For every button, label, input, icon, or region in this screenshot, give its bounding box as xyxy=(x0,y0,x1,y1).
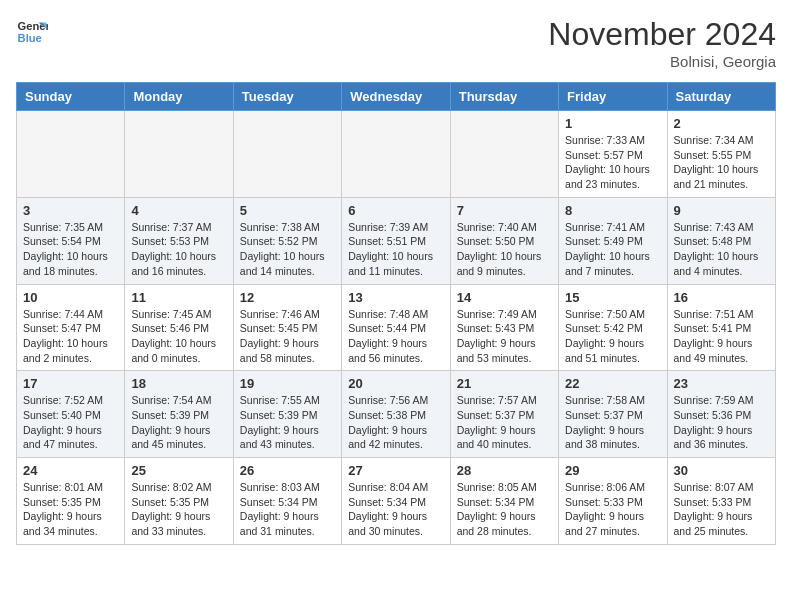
day-info: Sunrise: 7:57 AM Sunset: 5:37 PM Dayligh… xyxy=(457,393,552,452)
calendar-cell xyxy=(450,111,558,198)
day-number: 18 xyxy=(131,376,226,391)
calendar-cell: 29Sunrise: 8:06 AM Sunset: 5:33 PM Dayli… xyxy=(559,458,667,545)
calendar-cell: 21Sunrise: 7:57 AM Sunset: 5:37 PM Dayli… xyxy=(450,371,558,458)
day-info: Sunrise: 8:07 AM Sunset: 5:33 PM Dayligh… xyxy=(674,480,769,539)
calendar-cell: 6Sunrise: 7:39 AM Sunset: 5:51 PM Daylig… xyxy=(342,197,450,284)
calendar-cell: 30Sunrise: 8:07 AM Sunset: 5:33 PM Dayli… xyxy=(667,458,775,545)
calendar-cell: 20Sunrise: 7:56 AM Sunset: 5:38 PM Dayli… xyxy=(342,371,450,458)
day-info: Sunrise: 8:03 AM Sunset: 5:34 PM Dayligh… xyxy=(240,480,335,539)
day-number: 7 xyxy=(457,203,552,218)
day-number: 9 xyxy=(674,203,769,218)
day-number: 10 xyxy=(23,290,118,305)
calendar-cell xyxy=(125,111,233,198)
calendar-cell: 7Sunrise: 7:40 AM Sunset: 5:50 PM Daylig… xyxy=(450,197,558,284)
day-info: Sunrise: 7:37 AM Sunset: 5:53 PM Dayligh… xyxy=(131,220,226,279)
calendar-week-row: 3Sunrise: 7:35 AM Sunset: 5:54 PM Daylig… xyxy=(17,197,776,284)
calendar-cell: 18Sunrise: 7:54 AM Sunset: 5:39 PM Dayli… xyxy=(125,371,233,458)
day-info: Sunrise: 7:54 AM Sunset: 5:39 PM Dayligh… xyxy=(131,393,226,452)
day-number: 5 xyxy=(240,203,335,218)
calendar-week-row: 24Sunrise: 8:01 AM Sunset: 5:35 PM Dayli… xyxy=(17,458,776,545)
calendar-week-row: 17Sunrise: 7:52 AM Sunset: 5:40 PM Dayli… xyxy=(17,371,776,458)
day-number: 15 xyxy=(565,290,660,305)
weekday-header: Tuesday xyxy=(233,83,341,111)
calendar-cell: 3Sunrise: 7:35 AM Sunset: 5:54 PM Daylig… xyxy=(17,197,125,284)
weekday-header: Monday xyxy=(125,83,233,111)
page-header: General Blue November 2024 Bolnisi, Geor… xyxy=(16,16,776,70)
weekday-header-row: SundayMondayTuesdayWednesdayThursdayFrid… xyxy=(17,83,776,111)
day-info: Sunrise: 7:51 AM Sunset: 5:41 PM Dayligh… xyxy=(674,307,769,366)
calendar-cell xyxy=(233,111,341,198)
calendar-cell: 27Sunrise: 8:04 AM Sunset: 5:34 PM Dayli… xyxy=(342,458,450,545)
calendar-cell xyxy=(17,111,125,198)
day-number: 25 xyxy=(131,463,226,478)
month-title: November 2024 xyxy=(548,16,776,53)
day-number: 24 xyxy=(23,463,118,478)
calendar-week-row: 1Sunrise: 7:33 AM Sunset: 5:57 PM Daylig… xyxy=(17,111,776,198)
day-info: Sunrise: 7:33 AM Sunset: 5:57 PM Dayligh… xyxy=(565,133,660,192)
day-info: Sunrise: 8:04 AM Sunset: 5:34 PM Dayligh… xyxy=(348,480,443,539)
day-number: 12 xyxy=(240,290,335,305)
calendar-cell: 22Sunrise: 7:58 AM Sunset: 5:37 PM Dayli… xyxy=(559,371,667,458)
day-info: Sunrise: 7:55 AM Sunset: 5:39 PM Dayligh… xyxy=(240,393,335,452)
day-number: 17 xyxy=(23,376,118,391)
day-number: 13 xyxy=(348,290,443,305)
calendar-cell: 15Sunrise: 7:50 AM Sunset: 5:42 PM Dayli… xyxy=(559,284,667,371)
day-info: Sunrise: 7:52 AM Sunset: 5:40 PM Dayligh… xyxy=(23,393,118,452)
day-info: Sunrise: 7:59 AM Sunset: 5:36 PM Dayligh… xyxy=(674,393,769,452)
calendar-cell: 25Sunrise: 8:02 AM Sunset: 5:35 PM Dayli… xyxy=(125,458,233,545)
calendar-cell: 1Sunrise: 7:33 AM Sunset: 5:57 PM Daylig… xyxy=(559,111,667,198)
day-number: 2 xyxy=(674,116,769,131)
day-info: Sunrise: 8:06 AM Sunset: 5:33 PM Dayligh… xyxy=(565,480,660,539)
day-info: Sunrise: 7:40 AM Sunset: 5:50 PM Dayligh… xyxy=(457,220,552,279)
day-info: Sunrise: 7:50 AM Sunset: 5:42 PM Dayligh… xyxy=(565,307,660,366)
day-info: Sunrise: 7:34 AM Sunset: 5:55 PM Dayligh… xyxy=(674,133,769,192)
day-info: Sunrise: 8:02 AM Sunset: 5:35 PM Dayligh… xyxy=(131,480,226,539)
weekday-header: Saturday xyxy=(667,83,775,111)
day-number: 22 xyxy=(565,376,660,391)
calendar-cell: 2Sunrise: 7:34 AM Sunset: 5:55 PM Daylig… xyxy=(667,111,775,198)
calendar-cell: 24Sunrise: 8:01 AM Sunset: 5:35 PM Dayli… xyxy=(17,458,125,545)
title-block: November 2024 Bolnisi, Georgia xyxy=(548,16,776,70)
day-info: Sunrise: 7:44 AM Sunset: 5:47 PM Dayligh… xyxy=(23,307,118,366)
day-info: Sunrise: 7:46 AM Sunset: 5:45 PM Dayligh… xyxy=(240,307,335,366)
calendar-cell: 28Sunrise: 8:05 AM Sunset: 5:34 PM Dayli… xyxy=(450,458,558,545)
day-number: 21 xyxy=(457,376,552,391)
day-info: Sunrise: 7:39 AM Sunset: 5:51 PM Dayligh… xyxy=(348,220,443,279)
calendar-cell: 9Sunrise: 7:43 AM Sunset: 5:48 PM Daylig… xyxy=(667,197,775,284)
calendar-week-row: 10Sunrise: 7:44 AM Sunset: 5:47 PM Dayli… xyxy=(17,284,776,371)
logo-icon: General Blue xyxy=(16,16,48,48)
day-info: Sunrise: 7:49 AM Sunset: 5:43 PM Dayligh… xyxy=(457,307,552,366)
day-number: 20 xyxy=(348,376,443,391)
calendar-table: SundayMondayTuesdayWednesdayThursdayFrid… xyxy=(16,82,776,545)
day-number: 27 xyxy=(348,463,443,478)
day-info: Sunrise: 7:35 AM Sunset: 5:54 PM Dayligh… xyxy=(23,220,118,279)
calendar-cell: 4Sunrise: 7:37 AM Sunset: 5:53 PM Daylig… xyxy=(125,197,233,284)
day-info: Sunrise: 7:43 AM Sunset: 5:48 PM Dayligh… xyxy=(674,220,769,279)
logo: General Blue xyxy=(16,16,48,48)
calendar-cell: 13Sunrise: 7:48 AM Sunset: 5:44 PM Dayli… xyxy=(342,284,450,371)
day-info: Sunrise: 8:01 AM Sunset: 5:35 PM Dayligh… xyxy=(23,480,118,539)
calendar-cell: 26Sunrise: 8:03 AM Sunset: 5:34 PM Dayli… xyxy=(233,458,341,545)
day-number: 26 xyxy=(240,463,335,478)
calendar-cell: 19Sunrise: 7:55 AM Sunset: 5:39 PM Dayli… xyxy=(233,371,341,458)
day-info: Sunrise: 7:58 AM Sunset: 5:37 PM Dayligh… xyxy=(565,393,660,452)
day-number: 23 xyxy=(674,376,769,391)
calendar-cell: 12Sunrise: 7:46 AM Sunset: 5:45 PM Dayli… xyxy=(233,284,341,371)
weekday-header: Thursday xyxy=(450,83,558,111)
day-info: Sunrise: 7:41 AM Sunset: 5:49 PM Dayligh… xyxy=(565,220,660,279)
calendar-cell: 10Sunrise: 7:44 AM Sunset: 5:47 PM Dayli… xyxy=(17,284,125,371)
svg-text:Blue: Blue xyxy=(18,32,42,44)
day-number: 19 xyxy=(240,376,335,391)
weekday-header: Wednesday xyxy=(342,83,450,111)
weekday-header: Friday xyxy=(559,83,667,111)
day-number: 1 xyxy=(565,116,660,131)
calendar-cell: 23Sunrise: 7:59 AM Sunset: 5:36 PM Dayli… xyxy=(667,371,775,458)
calendar-cell: 17Sunrise: 7:52 AM Sunset: 5:40 PM Dayli… xyxy=(17,371,125,458)
day-number: 28 xyxy=(457,463,552,478)
day-number: 3 xyxy=(23,203,118,218)
calendar-cell xyxy=(342,111,450,198)
day-number: 29 xyxy=(565,463,660,478)
day-number: 6 xyxy=(348,203,443,218)
day-info: Sunrise: 7:45 AM Sunset: 5:46 PM Dayligh… xyxy=(131,307,226,366)
day-info: Sunrise: 8:05 AM Sunset: 5:34 PM Dayligh… xyxy=(457,480,552,539)
